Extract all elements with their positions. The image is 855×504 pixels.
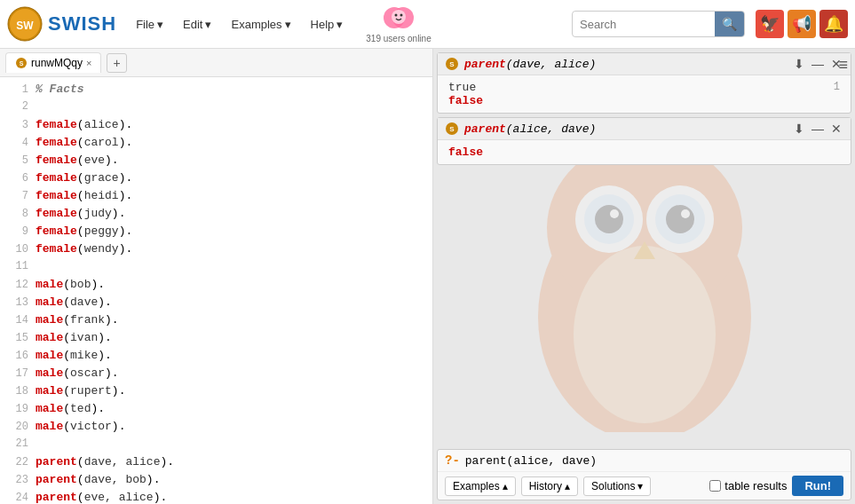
solutions-dropdown-button[interactable]: Solutions ▾	[583, 476, 651, 496]
table-results-checkbox[interactable]	[709, 480, 721, 492]
query-close-button-2[interactable]: ✕	[829, 122, 843, 136]
input-code-field[interactable]	[465, 454, 843, 468]
result-true-1: true	[448, 81, 476, 94]
line-content: female(alice).	[36, 116, 132, 134]
line-content: parent(dave, alice).	[36, 453, 174, 471]
notifications-icon[interactable]: 🦅	[756, 10, 784, 38]
users-online-count: 319 users online	[366, 34, 431, 43]
file-menu-button[interactable]: File ▾	[129, 14, 170, 35]
social-icon[interactable]: 📢	[788, 10, 816, 38]
help-menu-button[interactable]: Help ▾	[304, 14, 351, 35]
run-button[interactable]: Run!	[792, 476, 843, 496]
code-line: 13male(dave).	[0, 294, 432, 311]
input-header: ?-	[438, 450, 851, 471]
search-button[interactable]: 🔍	[715, 11, 744, 37]
line-number: 1	[4, 82, 28, 98]
query-panel-1: S parent(dave, alice) ⬇ — ✕ 1 true fal	[437, 52, 851, 114]
tab-icon: S	[15, 57, 28, 69]
line-content: male(oscar).	[36, 365, 119, 382]
examples-dropdown-button[interactable]: Examples ▴	[445, 476, 516, 496]
query-icon-2: S	[445, 122, 459, 136]
query-download-button-2[interactable]: ⬇	[792, 122, 806, 136]
examples-menu-button[interactable]: Examples ▾	[224, 14, 297, 35]
editor-tab[interactable]: S runwMQqy ×	[5, 52, 101, 73]
line-number: 11	[4, 258, 28, 274]
query-minimize-button-1[interactable]: —	[810, 57, 826, 71]
line-number: 21	[4, 436, 28, 452]
line-number: 8	[4, 206, 28, 222]
logo-icon: SW	[7, 6, 43, 42]
svg-text:S: S	[20, 60, 24, 67]
line-content: female(wendy).	[36, 240, 132, 258]
line-number: 13	[4, 295, 28, 311]
svg-text:S: S	[449, 125, 455, 133]
navbar: SW SWISH File ▾ Edit ▾ Examples ▾ Help ▾	[0, 0, 855, 49]
line-number: 6	[4, 170, 28, 186]
line-content: female(heidi).	[36, 187, 132, 205]
line-number: 7	[4, 188, 28, 204]
logo-area: SW SWISH	[7, 6, 116, 42]
query-header-buttons-1: ⬇ — ✕	[792, 57, 843, 71]
line-content: parent(dave, bob).	[36, 471, 160, 489]
svg-text:SW: SW	[16, 20, 34, 32]
code-line: 12male(bob).	[0, 276, 432, 294]
history-dropdown-button[interactable]: History ▴	[521, 476, 578, 496]
result-number-1: 1	[834, 81, 840, 93]
new-tab-button[interactable]: +	[107, 53, 126, 73]
line-number: 4	[4, 135, 28, 151]
line-number: 14	[4, 312, 28, 328]
right-icons: 🦅 📢 🔔	[756, 10, 848, 38]
query-result-1: 1 true false	[438, 75, 851, 113]
editor-pane: S runwMQqy × + 1% Facts23female(alice).4…	[0, 49, 433, 504]
line-content: parent(eve, alice).	[36, 489, 167, 504]
code-line: 15male(ivan).	[0, 329, 432, 347]
hamburger-menu-button[interactable]: ≡	[838, 56, 848, 75]
tab-label: runwMQqy	[31, 57, 83, 69]
input-prompt: ?-	[445, 453, 460, 468]
result-false-2: false	[448, 146, 483, 159]
svg-point-6	[395, 13, 398, 16]
svg-point-7	[400, 13, 403, 16]
line-number: 12	[4, 277, 28, 293]
line-number: 16	[4, 348, 28, 364]
code-editor[interactable]: 1% Facts23female(alice).4female(carol).5…	[0, 77, 432, 504]
query-panels: S parent(dave, alice) ⬇ — ✕ 1 true fal	[433, 49, 855, 504]
line-content: female(grace).	[36, 169, 132, 187]
alert-icon[interactable]: 🔔	[819, 10, 848, 38]
input-toolbar: Examples ▴ History ▴ Solutions ▾ table r…	[438, 471, 851, 500]
line-number: 9	[4, 224, 28, 240]
query-title-1: parent(dave, alice)	[464, 58, 787, 71]
code-line: 1% Facts	[0, 81, 432, 98]
line-number: 17	[4, 366, 28, 382]
edit-menu-button[interactable]: Edit ▾	[176, 14, 218, 35]
code-line: 14male(frank).	[0, 311, 432, 329]
logo-text: SWISH	[48, 12, 116, 35]
line-number: 24	[4, 490, 28, 504]
result-false-1: false	[448, 94, 483, 107]
tab-close-button[interactable]: ×	[86, 58, 91, 68]
query-result-2: false	[438, 140, 851, 164]
code-line: 4female(carol).	[0, 134, 432, 152]
search-input[interactable]	[573, 18, 715, 31]
main-layout: S runwMQqy × + 1% Facts23female(alice).4…	[0, 49, 855, 504]
query-minimize-button-2[interactable]: —	[810, 122, 826, 136]
query-download-button-1[interactable]: ⬇	[792, 57, 806, 71]
line-content: male(bob).	[36, 276, 105, 294]
line-number: 18	[4, 383, 28, 399]
line-content: male(frank).	[36, 311, 119, 329]
code-line: 9female(peggy).	[0, 223, 432, 240]
code-line: 16male(mike).	[0, 347, 432, 365]
code-line: 5female(eve).	[0, 152, 432, 169]
code-line: 23parent(dave, bob).	[0, 471, 432, 489]
line-content: male(ted).	[36, 400, 105, 418]
query-header-buttons-2: ⬇ — ✕	[792, 122, 843, 136]
line-content: male(victor).	[36, 418, 125, 436]
code-line: 20male(victor).	[0, 418, 432, 436]
user-avatar	[382, 5, 416, 34]
line-content: female(eve).	[36, 152, 119, 169]
query-icon-1: S	[445, 57, 459, 71]
line-content: % Facts	[36, 81, 84, 98]
code-line: 2	[0, 98, 432, 116]
query-header-1: S parent(dave, alice) ⬇ — ✕	[438, 53, 851, 75]
code-line: 11	[0, 258, 432, 276]
